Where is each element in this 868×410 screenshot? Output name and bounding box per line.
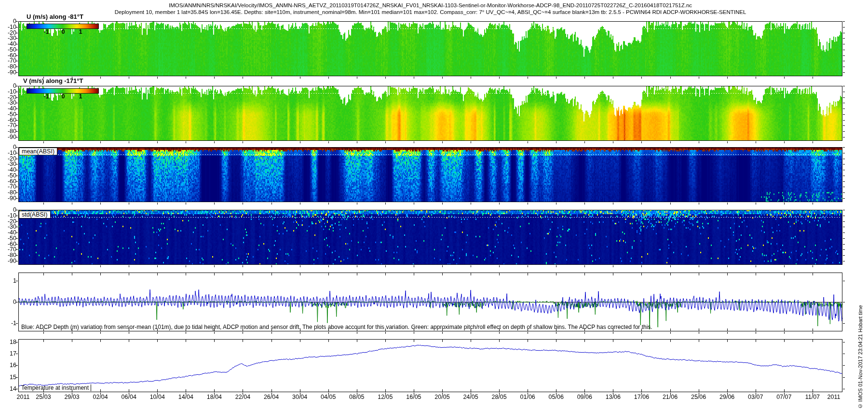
x-tick-label: 16/05: [402, 394, 425, 400]
y-tick-label: 16: [2, 362, 16, 369]
colorbar-tick-label: 0: [62, 28, 65, 35]
y-tick-label: 1: [2, 277, 16, 284]
x-tick-label: 12/05: [374, 394, 397, 400]
x-tick-label: 13/06: [601, 394, 624, 400]
year-label: 2011: [822, 394, 845, 400]
colorbar-tick-label: 1: [79, 28, 82, 35]
x-tick-label: 04/05: [317, 394, 340, 400]
x-tick-label: 07/07: [773, 394, 796, 400]
colorbar-tick-label: 0: [62, 93, 65, 100]
y-tick-label: 14: [2, 385, 16, 392]
x-tick-label: 21/06: [659, 394, 682, 400]
title-deployment-info: Deployment 10, member 1 lat=35.84S lon=1…: [18, 9, 842, 15]
x-tick-label: 14/04: [174, 394, 197, 400]
y-tick-label: -90: [2, 258, 16, 264]
x-tick-label: 24/05: [459, 394, 482, 400]
x-tick-label: 28/05: [488, 394, 511, 400]
copyright-vertical-text: © IMOS 01-Nov-2017 23:04:21 Hobart time: [857, 266, 865, 409]
y-tick-label: -90: [2, 134, 16, 140]
x-tick-label: 25/06: [687, 394, 710, 400]
x-tick-label: 29/03: [60, 394, 83, 400]
panel-title-u-velocity: U (m/s) along -81°T: [27, 13, 83, 20]
depth-panel-caption: Blue: ADCP Depth (m) variation from sens…: [21, 324, 652, 330]
x-tick-label: 05/06: [544, 394, 568, 400]
x-tick-label: 29/06: [716, 394, 739, 400]
x-tick-label: 09/06: [573, 394, 596, 400]
x-tick-label: 10/04: [146, 394, 169, 400]
y-tick-label: 0: [2, 299, 16, 305]
x-tick-label: 01/06: [516, 394, 539, 400]
x-tick-label: 17/06: [630, 394, 653, 400]
panel-title-mean-absi: mean(ABSI): [19, 148, 57, 155]
x-tick-label: 02/04: [89, 394, 112, 400]
y-tick-label: 17: [2, 350, 16, 357]
panel-title-v-velocity: V (m/s) along -171°T: [23, 77, 83, 84]
y-tick-label: 18: [2, 339, 16, 345]
colorbar-v-velocity: -1 0 1: [27, 88, 99, 101]
colorbar-u-velocity: -1 0 1: [27, 24, 99, 36]
title-filename: IMOS/ANMN/NRS/NRSKAI/Velocity/IMOS_ANMN-…: [18, 2, 842, 8]
x-tick-label: 25/03: [32, 394, 55, 400]
x-tick-label: 30/04: [288, 394, 312, 400]
temperature-panel-label: Temperature at instrument: [21, 384, 91, 391]
imos-adcp-plot-window: IMOS/ANMN/NRS/NRSKAI/Velocity/IMOS_ANMN-…: [0, 0, 868, 410]
x-tick-label: 06/04: [117, 394, 140, 400]
x-tick-label: 22/04: [231, 394, 254, 400]
colorbar-tick-label: -1: [44, 93, 49, 100]
colorbar-tick-label: -1: [44, 28, 49, 35]
panel-title-std-absi: std(ABSI): [19, 211, 51, 219]
x-tick-label: 20/05: [431, 394, 454, 400]
x-tick-label: 03/07: [744, 394, 767, 400]
y-tick-label: -90: [2, 195, 16, 202]
x-tick-label: 18/04: [203, 394, 226, 400]
x-tick-label: 26/04: [260, 394, 283, 400]
year-label: 2011: [12, 394, 35, 400]
y-tick-label: -1: [2, 320, 16, 327]
x-tick-label: 11/07: [801, 394, 824, 400]
plot-canvas: [0, 0, 868, 410]
y-tick-label: 15: [2, 374, 16, 381]
x-tick-label: 08/05: [345, 394, 368, 400]
y-tick-label: -90: [2, 69, 16, 76]
colorbar-tick-label: 1: [79, 93, 82, 100]
